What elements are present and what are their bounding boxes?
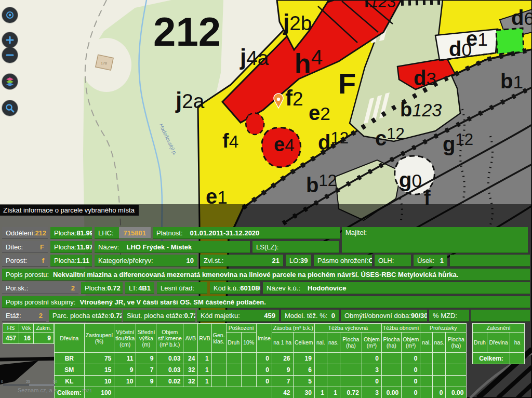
column-header: Imise bbox=[256, 324, 272, 353]
row-popis-porostu: Popis porostu: Nekvalitní mlazina a dife… bbox=[2, 269, 530, 281]
map-label: j4a bbox=[240, 44, 269, 70]
table-cell: BR bbox=[55, 353, 85, 364]
field-lt: LT: 4B1 bbox=[125, 282, 154, 294]
search-button[interactable] bbox=[2, 100, 18, 116]
stand-table-zalesneni: ZalesněníDruhDřevinahaCelkem: bbox=[472, 323, 525, 364]
table-cell: 0.03 bbox=[156, 353, 183, 364]
field-lo: LO: 39 bbox=[286, 255, 311, 267]
field-porost: Porost: f bbox=[2, 255, 48, 267]
plus-icon bbox=[5, 35, 15, 45]
field-porsk: Por.sk.: 2 bbox=[2, 282, 78, 294]
map-label: d3 bbox=[414, 67, 436, 89]
table-cell: 75 bbox=[84, 353, 114, 364]
zoom-in-button[interactable] bbox=[2, 32, 18, 48]
column-header: Celkem bbox=[293, 333, 314, 353]
field-kategorie: Kategorie/překryv: 10 bbox=[95, 255, 197, 267]
map-label: j2b bbox=[283, 9, 312, 35]
table-row: BR751190.032410261900 bbox=[55, 353, 467, 364]
locate-button[interactable] bbox=[2, 7, 18, 23]
field-model-tez: Model. těž. %: 0 bbox=[281, 310, 339, 322]
column-header: 10% bbox=[241, 333, 256, 353]
column-header: AVB bbox=[183, 324, 198, 353]
layers-button[interactable] bbox=[2, 74, 18, 89]
empty-cell bbox=[471, 310, 530, 322]
field-oddeleni: Oddělení: 212 bbox=[2, 227, 48, 239]
table-cell bbox=[327, 353, 340, 364]
row-porost: Porost: f Plocha: 1.11 Kategorie/překryv… bbox=[2, 255, 530, 267]
row-porsk: Por.sk.: 2 Plocha: 0.72 LT: 4B1 Lesní úř… bbox=[2, 282, 530, 294]
table-cell bbox=[433, 353, 446, 364]
column-header: Gen.klas. bbox=[211, 324, 226, 353]
table-cell: 1 bbox=[198, 376, 211, 387]
map-label: f123 bbox=[364, 0, 396, 11]
table-cell: 9 bbox=[272, 364, 293, 376]
table-cell bbox=[381, 376, 401, 387]
map-label: b1 bbox=[500, 70, 523, 92]
table-cell bbox=[446, 376, 467, 387]
table-cell: 0 bbox=[256, 364, 272, 376]
column-group-header: Zalesnění bbox=[473, 324, 525, 333]
column-header: HS bbox=[3, 324, 19, 333]
minus-icon bbox=[5, 50, 15, 60]
column-header: RVB bbox=[198, 324, 211, 353]
table-cell bbox=[433, 364, 446, 376]
map-label: j2a bbox=[175, 87, 205, 113]
column-group-header: Poškození bbox=[226, 324, 256, 333]
table-cell: 10 bbox=[114, 376, 136, 387]
row-oddeleni: Oddělení: 212 Plocha: 81.99 LHC: 715801 … bbox=[2, 227, 340, 239]
table-cell bbox=[420, 353, 433, 364]
table-cell: 0.00 bbox=[446, 387, 467, 398]
column-group-header: Těžba obnovní bbox=[381, 324, 420, 333]
column-group-header: Prořezávky bbox=[420, 324, 467, 333]
table-cell bbox=[446, 353, 467, 364]
column-header: nas. bbox=[433, 333, 446, 353]
stand-table-zalesneni: ZalesněníDruhDřevinahaCelkem: bbox=[472, 323, 525, 364]
table-cell bbox=[433, 376, 446, 387]
table-cell: 15 bbox=[84, 364, 114, 376]
column-header: Plocha(ha) bbox=[446, 333, 467, 353]
table-cell: 457 bbox=[3, 333, 19, 344]
column-header: Věk bbox=[19, 324, 34, 333]
attribution-text: Seznam.cz, a.s. bbox=[18, 387, 58, 393]
table-cell: 30 bbox=[293, 387, 314, 398]
table-row: Celkem:1004230110.7230.00000.00 bbox=[55, 387, 467, 398]
zoom-out-button[interactable] bbox=[2, 47, 18, 63]
map-label: f2 bbox=[285, 86, 303, 110]
map-label: f4 bbox=[222, 130, 238, 152]
stand-table-main: DřevinaZastoupení(%)Výčetnítloušťka(cm)S… bbox=[54, 323, 467, 398]
field-plocha-oddeleni: Plocha: 81.99 bbox=[50, 227, 92, 239]
field-pasmo: Pásmo ohrožení: C bbox=[314, 255, 372, 267]
table-cell bbox=[381, 364, 401, 376]
table-cell bbox=[420, 376, 433, 387]
map-attribution: 02550 Seznam.cz, a.s. 2021 bbox=[1, 380, 92, 393]
table-cell: 0.03 bbox=[156, 364, 183, 376]
map-label: d0 bbox=[449, 37, 472, 60]
row-popis-skupiny: Popis porostní skupiny: Vtroušený JR, ve… bbox=[2, 296, 530, 308]
column-group-header: Zásoba (m³ b.k.) bbox=[272, 324, 314, 333]
table-cell: 5 bbox=[293, 376, 314, 387]
column-header: Plocha(ha) bbox=[340, 333, 362, 353]
row-dilec: Dílec: F Plocha: 11.97 Název: LHO Frýdek… bbox=[2, 241, 339, 253]
table-cell bbox=[226, 353, 241, 364]
empty-cell bbox=[450, 255, 530, 267]
field-lhc: LHC: 715801 bbox=[95, 227, 151, 239]
field-kod-majetku: Kód majetku: 459 bbox=[197, 310, 279, 322]
map-label: F bbox=[338, 67, 356, 100]
column-header: Objem(m³) bbox=[362, 333, 381, 353]
column-header: Dřevina bbox=[487, 333, 510, 353]
table-cell bbox=[211, 364, 226, 376]
table-cell: 1 bbox=[314, 387, 327, 398]
table-row: Celkem: bbox=[473, 353, 525, 364]
table-cell: 19 bbox=[293, 353, 314, 364]
column-header: Objemstř.kmene(m³ b.k.) bbox=[156, 324, 183, 353]
field-nazev-ku: Název k.ú.: Hodoňovice bbox=[263, 282, 530, 294]
field-zvlst: Zvl.st.: 21 bbox=[200, 255, 283, 267]
field-platnost: Platnost: 01.01.2011-31.12.2020 bbox=[153, 227, 340, 239]
table-cell bbox=[314, 364, 327, 376]
table-cell: 1 bbox=[198, 364, 211, 376]
table-cell: 3 bbox=[362, 364, 381, 376]
table-cell bbox=[327, 364, 340, 376]
table-cell bbox=[211, 353, 226, 364]
table-cell: 0 bbox=[362, 376, 381, 387]
table-cell: 0 bbox=[433, 387, 446, 398]
